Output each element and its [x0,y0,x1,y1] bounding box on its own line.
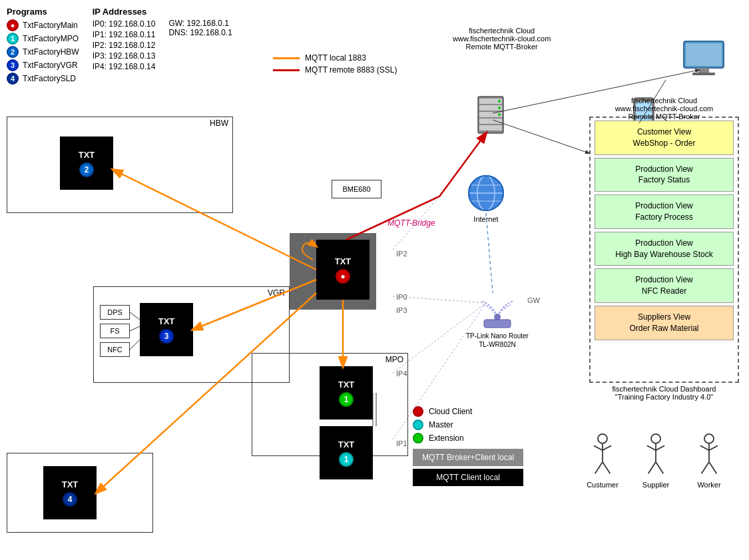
svg-point-30 [651,434,660,443]
dashboard-item-nfc[interactable]: Production ViewNFC Reader [595,268,734,303]
svg-rect-18 [686,43,722,66]
mpo-label: MPO [385,355,403,364]
dashboard-item-suppliers[interactable]: Suppliers ViewOrder Raw Material [595,306,734,340]
svg-point-36 [704,434,714,443]
svg-line-33 [656,445,664,450]
svg-line-39 [709,445,718,450]
nfc-box: NFC [100,342,130,357]
txt3-box: TXT 3 [140,303,193,356]
txt1a-label: TXT [338,380,355,390]
cloud-url: www.fischertechnik-cloud.com [453,35,551,43]
txt2-badge: 2 [79,162,94,177]
fs-box: FS [100,324,130,338]
ip4-label: IP4 [396,370,407,378]
router-icon-area: TP-Link Nano RouterTL-WR802N [466,293,529,349]
badge-cyan-1: 1 [7,33,19,45]
figure-customer: Custumer [586,433,619,489]
dps-box: DPS [100,305,130,320]
vgr-label: VGR [268,288,285,298]
figures-area: Custumer Supplier Worker [586,433,726,489]
router-svg-icon [477,293,517,330]
txt1b-box: TXT 1 [320,426,373,479]
ip3: IP3: 192.168.0.13 [93,51,156,61]
mqtt-legend: MQTT local 1883 MQTT remote 8883 (SSL) [273,53,397,77]
txt0-box: TXT ● [316,240,370,300]
programs-header: Programs [7,7,79,17]
program-sld: 4 TxtFactorySLD [7,73,79,85]
txt0-label: TXT [335,256,352,266]
dashboard-item-factory-status[interactable]: Production ViewFactory Status [595,158,734,192]
dashboard-item-factory-process[interactable]: Production ViewFactory Process [595,194,734,229]
svg-line-40 [702,462,709,474]
cloud-client-label: Cloud Client [429,407,472,416]
main-container: Programs ● TxtFactoryMain 1 TxtFactoryMP… [0,0,749,560]
mqtt-remote-line [273,69,300,71]
txt1a-box: TXT 1 [320,366,373,420]
mqtt-remote-item: MQTT remote 8883 (SSL) [273,65,397,75]
svg-line-38 [700,445,709,450]
worker-label: Worker [697,481,720,489]
dashboard-title-bottom: fischertechnik Cloud Dashboard"Training … [589,385,739,401]
ip2: IP2: 192.168.0.12 [93,41,156,50]
figure-worker: Worker [692,433,726,489]
info-panel: Programs ● TxtFactoryMain 1 TxtFactoryMP… [7,7,232,86]
txt1b-label: TXT [338,439,355,449]
extension-dot [413,433,423,443]
globe-icon [466,173,506,213]
dashboard-title-top: fischertechnik Cloud www.fischertechnik-… [589,97,739,121]
svg-rect-20 [692,73,715,75]
mqtt-local-item: MQTT local 1883 [273,53,397,63]
mqtt-local-line [273,57,300,59]
txt3-badge: 3 [159,329,174,344]
badge-red: ● [7,19,19,31]
master-label: Master [429,420,453,429]
program-main: ● TxtFactoryMain [7,19,79,31]
txt2-box: TXT 2 [60,137,113,190]
bme680-box: BME680 [332,180,381,198]
program-sld-label: TxtFactorySLD [23,74,76,83]
program-main-label: TxtFactoryMain [23,21,78,30]
cloud-info: fischertechnik Cloud www.fischertechnik-… [453,27,551,51]
supplier-label: Supplier [642,481,669,489]
cloud-name: fischertechnik Cloud [453,27,551,35]
dashboard-item-customer[interactable]: Customer ViewWebShop - Order [595,121,734,155]
figure-supplier: Supplier [639,433,672,489]
txt0-badge: ● [336,269,350,284]
ip-header: IP Addresses [93,7,156,17]
hbw-label: HBW [210,119,228,128]
internet-label: Internet [466,215,506,223]
legend-cloud-client: Cloud Client [413,406,523,417]
svg-rect-4 [479,119,502,124]
customer-label: Custumer [587,481,619,489]
monitor-icon-area [682,40,726,79]
svg-line-32 [647,445,656,450]
cloud-server-icon-area [473,93,509,139]
gw-label: GW: 192.168.0.1 [168,19,232,28]
ip3-label: IP3 [396,306,407,314]
internet-icon-area: Internet [466,173,506,223]
svg-point-7 [498,107,501,109]
hbw-box: HBW [7,117,233,213]
svg-line-26 [594,445,603,450]
mqtt-local-label: MQTT local 1883 [305,53,366,63]
programs-column: Programs ● TxtFactoryMain 1 TxtFactoryMP… [7,7,79,86]
ip1-label: IP1 [396,439,407,447]
svg-line-41 [709,462,716,474]
txt4-badge: 4 [63,492,77,507]
supplier-figure-svg [639,433,672,479]
svg-rect-16 [484,320,511,328]
gw-diag-label: GW [527,296,540,304]
legend-broker-local: MQTT Broker+Client local [413,449,523,466]
dashboard-item-warehouse[interactable]: Production ViewHigh Bay Warehouse Stock [595,232,734,266]
cloud-client-dot [413,406,423,417]
svg-rect-19 [698,68,709,73]
svg-point-24 [598,434,607,443]
program-mpo-label: TxtFactoryMPO [23,34,79,43]
program-vgr-label: TxtFactoryVGR [23,61,78,70]
txt1a-badge: 1 [339,392,354,407]
badge-blue-4: 4 [7,73,19,85]
master-dot [413,420,423,430]
svg-point-8 [498,113,501,116]
dashboard-box: Customer ViewWebShop - Order Production … [589,117,739,383]
program-mpo: 1 TxtFactoryMPO [7,33,79,45]
